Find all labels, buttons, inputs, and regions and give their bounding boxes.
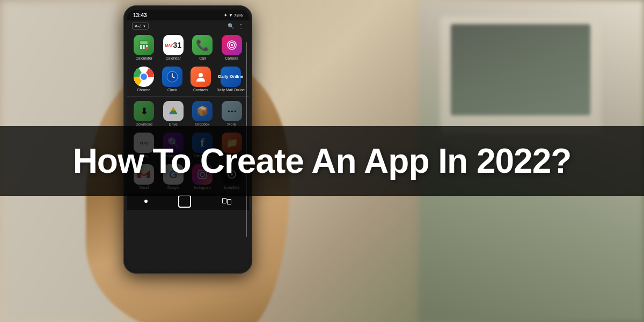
hand-area: 13:43 ✦ ▼ 78% A-Z ▼ 🔍 ⋮	[75, 0, 322, 322]
app-icon-enjoynow[interactable]: 🔍 enjoy.now	[160, 133, 187, 158]
facebook-label: Facebook	[194, 154, 211, 158]
app-grid-row3: ⬇ Download Drive	[127, 98, 249, 129]
app-icon-calendar[interactable]: MAY 31 Calendar	[160, 35, 187, 60]
dropbox-status-icon: ✦	[224, 13, 228, 18]
contacts-label: Contacts	[193, 88, 208, 92]
app-icon-google[interactable]: G Google	[160, 164, 187, 189]
gmail-label: Gmail	[139, 186, 149, 189]
dailymail-label: Daily Mail Online	[216, 88, 245, 92]
svg-rect-7	[146, 47, 148, 49]
page-container: 13:43 ✦ ▼ 78% A-Z ▼ 🔍 ⋮	[0, 0, 644, 322]
app-icon-chrome[interactable]: Chrome	[131, 67, 156, 92]
svg-point-18	[172, 76, 173, 77]
clock-label: Clock	[167, 88, 177, 92]
ebay-label: eBay	[140, 154, 148, 158]
google-label: Google	[167, 186, 179, 189]
svg-rect-6	[143, 47, 145, 49]
app-icon-calculator[interactable]: Calculator	[131, 35, 157, 60]
app-icon-files[interactable]: 📁 Files	[219, 133, 245, 158]
app-icon-dailymail[interactable]: Daily!Online Daily Mail Online	[216, 67, 245, 92]
calculator-icon	[134, 35, 154, 55]
svg-point-19	[199, 73, 203, 77]
scroll-indicator	[246, 42, 247, 237]
call-label: Call	[199, 56, 206, 60]
app-icon-instasize[interactable]: InstaSize	[219, 164, 245, 189]
files-label: Files	[228, 154, 236, 158]
search-icon[interactable]: 🔍	[228, 23, 234, 29]
svg-rect-2	[140, 45, 142, 47]
app-icon-facebook[interactable]: f Facebook	[189, 133, 216, 158]
recents-button[interactable]	[222, 198, 231, 204]
svg-point-22	[200, 172, 204, 177]
svg-point-13	[141, 74, 147, 80]
calculator-label: Calculator	[135, 56, 152, 60]
app-icon-ebay[interactable]: eBay eBay	[131, 133, 157, 158]
back-button[interactable]	[144, 200, 148, 203]
home-button[interactable]	[178, 195, 191, 208]
more-icon: ⋯	[222, 101, 242, 121]
status-time: 13:43	[133, 12, 147, 18]
enjoynow-icon: 🔍	[163, 133, 184, 153]
ebay-icon: eBay	[134, 133, 154, 153]
app-icon-dropbox[interactable]: 📦 Dropbox	[189, 101, 216, 126]
app-grid-row1: Calculator MAY 31 Calendar 📞 Call	[127, 32, 249, 63]
phone: 13:43 ✦ ▼ 78% A-Z ▼ 🔍 ⋮	[123, 5, 252, 274]
header-icons: 🔍 ⋮	[228, 23, 244, 29]
instagram-label: Instagram	[194, 186, 211, 189]
app-icon-drive[interactable]: Drive	[160, 101, 187, 126]
svg-rect-4	[146, 45, 148, 47]
chrome-label: Chrome	[137, 88, 150, 92]
app-grid-row2: Chrome Clock	[127, 63, 249, 95]
dailymail-icon: Daily!Online	[221, 67, 241, 87]
call-icon: 📞	[192, 35, 213, 55]
status-bar: 13:43 ✦ ▼ 78%	[127, 10, 249, 20]
svg-point-10	[231, 44, 233, 46]
svg-point-25	[231, 173, 233, 175]
svg-rect-3	[143, 45, 145, 47]
status-icons: ✦ ▼ 78%	[224, 13, 243, 18]
svg-rect-1	[140, 41, 148, 44]
contacts-icon	[191, 67, 211, 87]
app-icon-call[interactable]: 📞 Call	[189, 35, 216, 60]
svg-point-23	[204, 171, 206, 172]
app-icon-gmail[interactable]: Gmail	[131, 164, 157, 189]
app-icon-clock[interactable]: Clock	[159, 67, 185, 92]
bottom-nav	[127, 193, 249, 210]
menu-icon[interactable]: ⋮	[238, 23, 244, 29]
bg-laptop-screen	[451, 24, 590, 115]
svg-rect-5	[140, 47, 142, 49]
instasize-icon	[222, 164, 242, 185]
app-icon-contacts[interactable]: Contacts	[188, 67, 213, 92]
app-grid-row4: eBay eBay 🔍 enjoy.now f Facebook 📁	[127, 129, 249, 161]
app-icon-more[interactable]: ⋯ More	[219, 101, 245, 126]
calendar-icon: MAY 31	[163, 35, 184, 55]
app-drawer-header: A-Z ▼ 🔍 ⋮	[127, 20, 249, 32]
app-icon-instagram[interactable]: Instagram	[189, 164, 216, 189]
clock-icon	[162, 67, 182, 87]
camera-label: Camera	[225, 56, 238, 60]
battery-icon: 78%	[234, 13, 243, 18]
gmail-icon	[134, 164, 154, 185]
enjoynow-label: enjoy.now	[165, 154, 181, 158]
phone-screen: 13:43 ✦ ▼ 78% A-Z ▼ 🔍 ⋮	[127, 10, 249, 269]
app-icon-download[interactable]: ⬇ Download	[131, 101, 157, 126]
instasize-label: InstaSize	[224, 186, 239, 189]
app-divider-1	[127, 96, 249, 97]
calendar-label: Calendar	[166, 56, 181, 60]
files-icon: 📁	[222, 133, 242, 153]
drive-label: Drive	[169, 122, 178, 126]
drive-icon	[163, 101, 184, 121]
app-icon-camera[interactable]: Camera	[219, 35, 245, 60]
google-icon: G	[163, 164, 184, 185]
download-icon: ⬇	[134, 101, 154, 121]
chrome-icon	[134, 67, 154, 87]
app-grid-row5: Gmail G Google	[127, 161, 249, 193]
instagram-icon	[192, 164, 213, 185]
dropbox-label: Dropbox	[195, 122, 209, 126]
sort-label[interactable]: A-Z ▼	[132, 23, 149, 30]
download-label: Download	[136, 122, 152, 126]
more-label: More	[228, 122, 236, 126]
dropbox-icon: 📦	[192, 101, 213, 121]
wifi-icon: ▼	[229, 13, 233, 18]
camera-icon	[222, 35, 242, 55]
